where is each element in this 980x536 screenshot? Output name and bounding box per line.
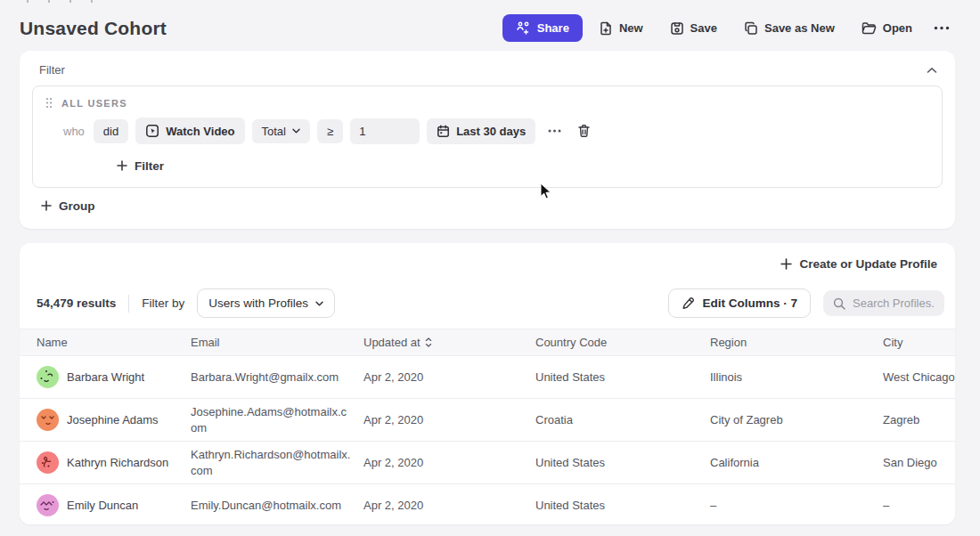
more-dots-icon — [548, 129, 561, 133]
create-or-update-profile-label: Create or Update Profile — [799, 257, 937, 271]
operator-label: ≥ — [327, 126, 333, 137]
page-header: Unsaved Cohort Share New — [0, 0, 980, 51]
create-profile-row: Create or Update Profile — [20, 254, 955, 283]
share-users-icon — [516, 21, 531, 35]
folder-icon — [862, 21, 877, 35]
group-title: ALL USERS — [61, 98, 127, 109]
plus-icon — [780, 258, 792, 270]
profile-email: Barbara.Wright@gmailx.com — [191, 370, 363, 386]
event-icon — [145, 124, 159, 138]
results-left: 54,479 results Filter by Users with Prof… — [37, 288, 335, 318]
profile-region: California — [710, 456, 883, 469]
profiles-table-body: Barbara Wright Barbara.Wright@gmailx.com… — [20, 356, 955, 524]
add-group-button[interactable]: Group — [41, 199, 95, 213]
results-count: 54,479 results — [37, 296, 116, 310]
profile-city: San Diego — [883, 456, 955, 469]
cohort-group-header: ALL USERS — [44, 95, 931, 118]
criteria-more-button[interactable] — [546, 127, 563, 134]
avatar — [37, 451, 59, 474]
search-profiles-input[interactable] — [853, 296, 935, 310]
chevron-down-icon — [292, 128, 300, 134]
create-or-update-profile-button[interactable]: Create or Update Profile — [780, 257, 937, 271]
date-range-label: Last 30 days — [456, 126, 526, 137]
column-header-email[interactable]: Email — [191, 335, 363, 351]
file-plus-icon — [599, 21, 613, 36]
profile-row[interactable]: Kathryn Richardson Kathryn.Richardson@ho… — [20, 442, 955, 484]
column-header-region[interactable]: Region — [710, 336, 883, 349]
profile-row[interactable]: Emily Duncan Emily.Duncan@hotmailx.com A… — [20, 484, 955, 524]
date-range-selector[interactable]: Last 30 days — [427, 118, 535, 144]
profile-region: City of Zagreb — [710, 413, 883, 426]
save-button[interactable]: Save — [659, 15, 728, 42]
profile-updated-at: Apr 2, 2020 — [363, 413, 535, 426]
share-button[interactable]: Share — [502, 14, 583, 42]
save-icon — [670, 21, 684, 36]
threshold-input[interactable] — [350, 118, 420, 144]
open-button[interactable]: Open — [851, 15, 923, 41]
profiles-panel: Create or Update Profile 54,479 results … — [20, 243, 955, 524]
chevron-down-icon — [315, 301, 323, 306]
drag-handle-icon[interactable] — [45, 97, 53, 109]
copy-icon — [744, 21, 758, 36]
profile-email: Kathryn.Richardson@hotmailx.com — [191, 447, 363, 478]
did-selector[interactable]: did — [94, 119, 128, 143]
column-header-name[interactable]: Name — [20, 336, 191, 349]
save-button-label: Save — [690, 22, 717, 34]
profile-country-code: United States — [535, 456, 710, 469]
collapse-filter-button[interactable] — [925, 65, 939, 76]
profile-row[interactable]: Josephine Adams Josephine.Adams@hotmailx… — [20, 399, 955, 442]
results-right: Edit Columns · 7 — [668, 288, 944, 318]
filter-panel-header: Filter — [32, 61, 943, 85]
profiles-table: Name Email Updated at Country Code Regio… — [20, 329, 955, 524]
column-header-city[interactable]: City — [883, 336, 955, 349]
profile-updated-at: Apr 2, 2020 — [363, 456, 535, 469]
cropped-breadcrumb — [27, 0, 93, 3]
profile-row[interactable]: Barbara Wright Barbara.Wright@gmailx.com… — [20, 356, 955, 399]
aggregation-selector[interactable]: Total — [252, 119, 310, 143]
filter-criteria-row: who did Watch Video Total — [44, 118, 931, 144]
profile-name: Emily Duncan — [67, 499, 138, 512]
event-selector[interactable]: Watch Video — [135, 118, 244, 144]
who-label: who — [63, 125, 85, 138]
did-label: did — [103, 126, 118, 137]
chevron-up-icon — [927, 67, 937, 74]
profile-name: Barbara Wright — [67, 370, 144, 384]
trash-icon — [577, 124, 591, 138]
profile-region: – — [710, 499, 883, 512]
add-filter-label: Filter — [135, 159, 164, 173]
operator-selector[interactable]: ≥ — [317, 119, 343, 143]
avatar — [37, 366, 59, 388]
add-filter-button[interactable]: Filter — [117, 159, 164, 173]
open-button-label: Open — [883, 22, 912, 34]
calendar-icon — [437, 125, 450, 138]
delete-criteria-button[interactable] — [576, 122, 592, 140]
profile-country-code: United States — [535, 370, 710, 384]
search-profiles-box — [823, 290, 944, 316]
profiles-table-header: Name Email Updated at Country Code Regio… — [20, 329, 955, 356]
save-as-new-button[interactable]: Save as New — [733, 15, 845, 42]
avatar — [37, 494, 59, 516]
page-title: Unsaved Cohort — [20, 18, 167, 39]
column-header-country-code[interactable]: Country Code — [535, 336, 710, 349]
profile-country-code: Croatia — [535, 413, 710, 426]
header-actions: Share New Save — [502, 14, 955, 42]
profile-city: Zagreb — [883, 413, 955, 426]
cohort-group: ALL USERS who did Watch Video Total — [32, 85, 943, 188]
more-options-button[interactable] — [928, 20, 955, 37]
profile-city: – — [883, 499, 955, 512]
sort-icon — [425, 337, 432, 347]
results-toolbar: 54,479 results Filter by Users with Prof… — [20, 283, 955, 329]
profile-updated-at: Apr 2, 2020 — [363, 499, 535, 512]
add-group-row: Group — [32, 188, 943, 216]
avatar — [37, 409, 59, 431]
profiles-filter-dropdown[interactable]: Users with Profiles — [197, 288, 335, 318]
profile-updated-at: Apr 2, 2020 — [363, 370, 535, 384]
add-filter-row: Filter — [44, 144, 931, 175]
new-button-label: New — [619, 22, 643, 34]
column-header-updated-at[interactable]: Updated at — [363, 336, 535, 349]
edit-columns-button[interactable]: Edit Columns · 7 — [668, 288, 811, 318]
search-icon — [833, 297, 845, 310]
edit-columns-label: Edit Columns · 7 — [702, 296, 797, 310]
new-button[interactable]: New — [588, 15, 654, 42]
aggregation-label: Total — [262, 126, 286, 137]
